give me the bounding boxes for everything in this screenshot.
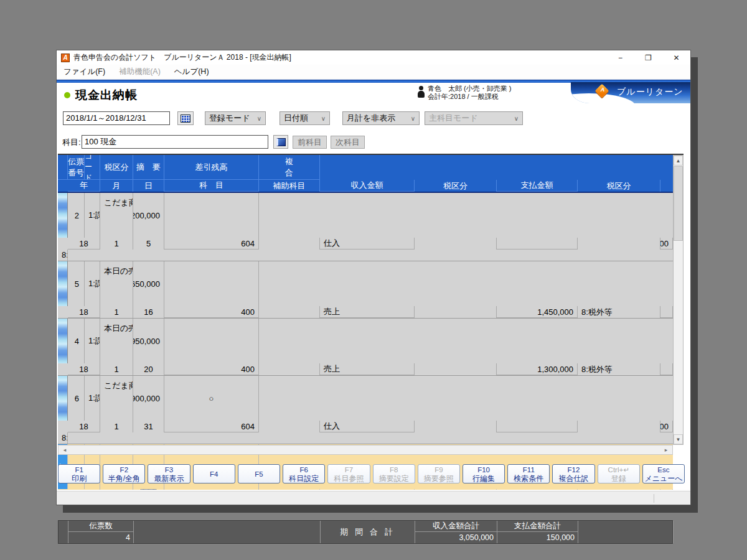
account-row: 科目: 前科目 次科目 <box>57 135 690 150</box>
order-select[interactable]: 日付順∨ <box>280 111 330 125</box>
scroll-right-icon[interactable]: ▸ <box>661 446 671 454</box>
fkey-search[interactable]: F11検索条件 <box>507 464 550 483</box>
cell-memo[interactable]: こだま商店 商品 <box>100 193 133 238</box>
header-code: コード <box>85 155 100 180</box>
cell-day[interactable]: 20 <box>133 363 164 375</box>
cell-payment[interactable]: 100,000 <box>660 238 673 250</box>
cell-income-tax[interactable]: 8:税外等 <box>578 363 660 375</box>
menu-aux: 補助機能(A) <box>112 67 167 77</box>
cell-day[interactable]: 16 <box>133 306 164 318</box>
cell-compound <box>164 261 259 306</box>
fkey-memo-ref: F9摘要参照 <box>418 464 460 483</box>
cell-slip[interactable]: 4 <box>68 319 85 363</box>
payment-total-value: 150,000 <box>497 532 578 543</box>
horizontal-scrollbar[interactable]: ◂ ▸ <box>58 445 673 455</box>
cell-payment[interactable] <box>660 363 673 375</box>
cell-month[interactable]: 1 <box>100 363 133 375</box>
cell-payment[interactable] <box>660 306 673 318</box>
cell-payment[interactable]: 50,000 <box>660 421 673 432</box>
scroll-left-icon[interactable]: ◂ <box>60 446 70 454</box>
cell-memo[interactable]: 本日の売上 <box>100 319 133 363</box>
cell-income-tax[interactable] <box>578 421 660 432</box>
cell-account[interactable]: 仕入 <box>320 421 415 432</box>
book-icon <box>276 138 286 146</box>
totals-bar: 伝票数 期 間 合 計 収入金額合計 支払金額合計 4 3,050,000 15… <box>58 520 673 544</box>
fkey-row-edit[interactable]: F10行編集 <box>463 464 505 483</box>
cell-memo[interactable]: こだま商店 商品 <box>100 376 133 421</box>
cell-tax-class[interactable]: 1:課税8% <box>85 261 100 306</box>
mode-select[interactable]: 登録モード∨ <box>205 111 266 125</box>
cell-compound <box>164 319 259 363</box>
cell-account[interactable]: 売上 <box>320 363 415 375</box>
fkey-f5[interactable]: F5 <box>238 464 280 483</box>
fkey-register: Ctrl+↵登録 <box>598 464 640 483</box>
menu-file[interactable]: ファイル(F) <box>57 67 112 77</box>
scroll-down-icon[interactable]: ▼ <box>674 434 683 444</box>
table-row[interactable]: 18 1 31 6 604 仕入 1:課税8% こだま商店 商品 50,000 … <box>58 376 673 444</box>
cell-month[interactable]: 1 <box>100 421 133 432</box>
vertical-scrollbar[interactable]: ▲ ▼ <box>673 155 684 445</box>
cell-year[interactable]: 18 <box>68 421 100 432</box>
table-row[interactable]: 18 1 16 5 400 売上 1:課税8% 本日の売上 1,450,000 … <box>58 261 673 319</box>
cell-account[interactable]: 仕入 <box>320 238 415 250</box>
cell-account[interactable]: 売上 <box>320 306 415 318</box>
cell-slip[interactable]: 2 <box>68 193 85 238</box>
period-total-label: 期 間 合 計 <box>321 521 415 543</box>
account-lookup-button[interactable] <box>273 135 288 149</box>
restore-button[interactable]: ❐ <box>634 50 662 65</box>
fkey-print[interactable]: F1印刷 <box>58 464 100 483</box>
cell-day[interactable]: 31 <box>133 421 164 432</box>
fkey-account-settings[interactable]: F6科目設定 <box>283 464 325 483</box>
cell-income[interactable] <box>497 238 578 250</box>
table-row[interactable]: 18 1 20 4 400 売上 1:課税8% 本日の売上 1,300,000 … <box>58 319 673 376</box>
cell-slip[interactable]: 6 <box>68 376 85 421</box>
table-header: 年 月 日 伝票番号 コード 科 目 補助科目 税区分 摘 要 収入金額 税区分… <box>58 155 673 193</box>
cell-year[interactable]: 18 <box>68 306 100 318</box>
cell-tax-class[interactable]: 1:課税8% <box>85 376 100 421</box>
vertical-scroll-thumb[interactable] <box>674 166 683 241</box>
cell-code[interactable]: 400 <box>164 306 259 318</box>
calendar-icon <box>181 114 190 123</box>
fkey-f4[interactable]: F4 <box>193 464 235 483</box>
scroll-up-icon[interactable]: ▲ <box>674 156 683 166</box>
calendar-button[interactable] <box>177 111 194 125</box>
monthly-total-select[interactable]: 月計を非表示∨ <box>342 111 420 125</box>
table-row[interactable]: 18 1 5 2 604 仕入 1:課税8% こだま商店 商品 100,000 … <box>58 193 673 261</box>
header-memo: 摘 要 <box>133 155 164 180</box>
cell-tax-class[interactable]: 1:課税8% <box>85 193 100 238</box>
cell-income-tax[interactable] <box>578 238 660 250</box>
cell-balance: 2,900,000 <box>133 376 164 421</box>
page-title-icon <box>64 92 70 98</box>
cell-income-tax[interactable]: 8:税外等 <box>578 306 660 318</box>
chevron-down-icon: ∨ <box>509 115 519 122</box>
cell-month[interactable]: 1 <box>100 238 133 250</box>
fkey-refresh[interactable]: F3最新表示 <box>148 464 190 483</box>
next-account-button[interactable]: 次科目 <box>331 136 365 149</box>
cell-payment-tax[interactable]: 8:税外等 <box>58 250 68 261</box>
cell-code[interactable]: 400 <box>164 363 259 375</box>
cell-year[interactable]: 18 <box>68 238 100 250</box>
cell-code[interactable]: 604 <box>164 421 259 432</box>
fkey-menu[interactable]: Escメニューへ <box>642 464 685 483</box>
cell-tax-class[interactable]: 1:課税8% <box>85 319 100 363</box>
cell-payment-tax[interactable]: 8:税外等 <box>58 432 68 444</box>
cell-income[interactable]: 1,450,000 <box>497 306 578 318</box>
minimize-button[interactable]: − <box>606 50 634 65</box>
cell-memo[interactable]: 本日の売上 <box>100 261 133 306</box>
fkey-halfwidth[interactable]: F2半角/全角 <box>103 464 145 483</box>
income-total-label: 収入金額合計 <box>415 521 497 532</box>
cell-income[interactable]: 1,300,000 <box>497 363 578 375</box>
date-range-input[interactable] <box>63 111 170 125</box>
cell-day[interactable]: 5 <box>133 238 164 250</box>
close-button[interactable]: ✕ <box>662 50 690 65</box>
fkey-compound[interactable]: F12複合仕訳 <box>552 464 594 483</box>
cell-month[interactable]: 1 <box>100 306 133 318</box>
cell-income[interactable] <box>497 421 578 432</box>
cell-year[interactable]: 18 <box>68 363 100 375</box>
cell-code[interactable]: 604 <box>164 238 259 250</box>
account-input[interactable] <box>82 135 268 149</box>
prev-account-button[interactable]: 前科目 <box>293 136 327 149</box>
menu-help[interactable]: ヘルプ(H) <box>167 67 216 77</box>
brand-text: ブルーリターン <box>617 86 684 96</box>
cell-slip[interactable]: 5 <box>68 261 85 306</box>
